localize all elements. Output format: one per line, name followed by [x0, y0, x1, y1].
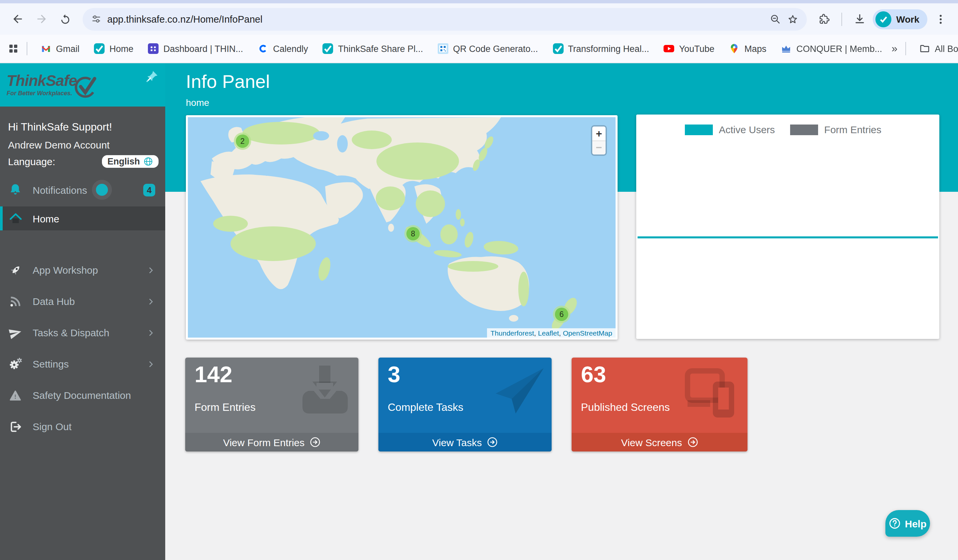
- url-text[interactable]: app.thinksafe.co.nz/Home/InfoPanel: [107, 14, 764, 24]
- calendly-icon: [258, 43, 268, 54]
- bookmark-youtube[interactable]: YouTube: [658, 41, 720, 57]
- extensions-icon: [818, 13, 830, 25]
- pin-icon[interactable]: [145, 70, 159, 83]
- bookmark-star-icon[interactable]: [787, 13, 799, 25]
- bookmark-label: Calendly: [273, 44, 308, 54]
- map-cluster-marker[interactable]: 6: [553, 305, 570, 323]
- sidebar-item-notifications[interactable]: Notifications 4: [0, 173, 165, 206]
- map-attribution: Thunderforest, Leaflet, OpenStreetMap: [487, 328, 615, 338]
- sidebar-body: Hi ThinkSafe Support! Andrew Demo Accoun…: [0, 106, 165, 560]
- arrow-right-circle-icon: [687, 437, 698, 448]
- apps-grid-icon[interactable]: [8, 43, 19, 54]
- zoom-in-button[interactable]: +: [592, 127, 606, 141]
- screen: app.thinksafe.co.nz/Home/InfoPanel: [0, 0, 958, 560]
- bookmark-gmail[interactable]: Gmail: [35, 41, 85, 57]
- all-bookmarks-button[interactable]: All Bookmarks: [914, 41, 958, 57]
- zoom-out-icon[interactable]: [770, 13, 782, 25]
- bookmark-conquer[interactable]: CONQUER | Memb...: [776, 41, 888, 57]
- help-button[interactable]: Help: [885, 510, 930, 537]
- map-cluster-marker[interactable]: 2: [234, 133, 251, 150]
- back-button[interactable]: [7, 8, 28, 30]
- language-selector[interactable]: English: [102, 155, 159, 168]
- legend-label: Form Entries: [824, 124, 881, 135]
- stat-card-complete-tasks: 3 Complete Tasks View Tasks: [378, 358, 552, 451]
- site-settings-icon[interactable]: [90, 13, 102, 25]
- reload-button[interactable]: [55, 8, 76, 30]
- bell-icon: [8, 183, 23, 196]
- chevron-right-icon: [147, 266, 155, 274]
- bookmarks-divider: [27, 42, 27, 55]
- sidebar-item-home[interactable]: Home: [0, 206, 165, 230]
- cluster-count: 8: [406, 227, 420, 240]
- attribution-link-osm[interactable]: OpenStreetMap: [563, 329, 612, 337]
- bookmark-label: Transforming Heal...: [568, 44, 649, 54]
- sidebar-item-data-hub[interactable]: Data Hub: [0, 286, 165, 317]
- sidebar-item-settings[interactable]: Settings: [0, 348, 165, 380]
- world-map[interactable]: 2 8 6 + − Thunderforest, Leaflet, OpenSt…: [188, 117, 615, 338]
- bookmark-thinksafe-share[interactable]: ThinkSafe Share Pl...: [317, 41, 428, 57]
- sidebar-item-safety-documentation[interactable]: Safety Documentation: [0, 380, 165, 411]
- sidebar: ThinkSafe For Better Workplaces. Hi Thin…: [0, 63, 165, 560]
- main-content: Info Panel home: [165, 63, 958, 560]
- devices-icon: [685, 365, 742, 421]
- bookmark-label: CONQUER | Memb...: [796, 44, 882, 54]
- sign-out-icon: [8, 420, 23, 433]
- toggle-dot: [95, 184, 108, 196]
- sidebar-item-label: Home: [33, 213, 59, 224]
- logo-safe: Safe: [46, 72, 77, 89]
- zoom-out-button[interactable]: −: [592, 141, 606, 155]
- bookmark-transforming[interactable]: Transforming Heal...: [547, 41, 655, 57]
- chevron-right-icon: [147, 360, 155, 368]
- bookmark-label: QR Code Generato...: [453, 44, 538, 54]
- notifications-toggle[interactable]: [92, 180, 112, 200]
- help-label: Help: [905, 518, 926, 529]
- legend-swatch-form-entries: [790, 124, 818, 135]
- bookmark-label: Home: [109, 44, 133, 54]
- forward-button[interactable]: [31, 8, 52, 30]
- reload-icon: [59, 13, 71, 25]
- question-circle-icon: [889, 517, 901, 529]
- stat-value: 63: [581, 362, 606, 388]
- cluster-count: 2: [236, 134, 249, 148]
- extensions-button[interactable]: [814, 8, 835, 30]
- bookmark-maps[interactable]: Maps: [724, 41, 772, 57]
- arrow-right-circle-icon: [310, 437, 320, 448]
- bookmark-dashboard[interactable]: Dashboard | THIN...: [143, 41, 249, 57]
- url-bar[interactable]: app.thinksafe.co.nz/Home/InfoPanel: [82, 8, 807, 30]
- bookmark-label: Gmail: [56, 44, 79, 54]
- browser-menu-button[interactable]: [930, 8, 951, 30]
- logo-check-circle-icon: [73, 71, 100, 100]
- profile-chip[interactable]: Work: [873, 9, 928, 29]
- stat-label: Published Screens: [581, 402, 670, 413]
- view-tasks-button[interactable]: View Tasks: [378, 433, 552, 451]
- sidebar-item-tasks-dispatch[interactable]: Tasks & Dispatch: [0, 317, 165, 348]
- view-screens-button[interactable]: View Screens: [572, 433, 747, 451]
- bookmark-calendly[interactable]: Calendly: [252, 41, 314, 57]
- logo-tagline: For Better Workplaces.: [7, 90, 77, 96]
- rocket-icon: [8, 263, 23, 277]
- attribution-link-thunderforest[interactable]: Thunderforest: [491, 329, 534, 337]
- cta-label: View Screens: [621, 437, 682, 448]
- bookmark-label: Maps: [744, 44, 766, 54]
- downloads-button[interactable]: [849, 8, 871, 30]
- bookmark-label: YouTube: [679, 44, 714, 54]
- sidebar-item-label: Settings: [33, 358, 69, 370]
- maps-pin-icon: [729, 43, 740, 54]
- paper-plane-icon: [8, 326, 23, 339]
- account-name: Andrew Demo Account: [0, 139, 165, 150]
- legend-swatch-active-users: [685, 124, 713, 135]
- crown-icon: [781, 43, 792, 54]
- kebab-menu-icon: [935, 13, 947, 25]
- view-form-entries-button[interactable]: View Form Entries: [185, 433, 358, 451]
- sidebar-item-label: Sign Out: [33, 421, 71, 432]
- greeting-text: Hi ThinkSafe Support!: [0, 121, 165, 133]
- bookmark-home[interactable]: Home: [89, 41, 139, 57]
- sidebar-item-app-workshop[interactable]: App Workshop: [0, 255, 165, 286]
- sidebar-item-sign-out[interactable]: Sign Out: [0, 411, 165, 442]
- all-bookmarks-label: All Bookmarks: [935, 44, 958, 54]
- attribution-link-leaflet[interactable]: Leaflet: [538, 329, 559, 337]
- bookmarks-overflow-button[interactable]: »: [891, 43, 898, 55]
- map-cluster-marker[interactable]: 8: [404, 225, 422, 242]
- logo-think: Think: [7, 72, 46, 89]
- bookmark-qr-generator[interactable]: QR Code Generato...: [432, 41, 543, 57]
